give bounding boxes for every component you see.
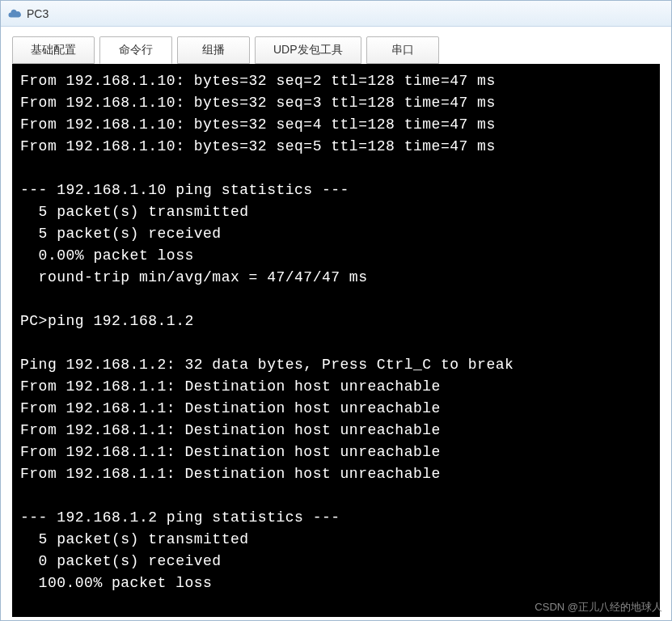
app-icon: [7, 6, 22, 21]
tab-command-line[interactable]: 命令行: [99, 36, 172, 64]
tab-label: 命令行: [119, 43, 153, 56]
tab-basic-config[interactable]: 基础配置: [12, 36, 95, 64]
app-window: PC3 基础配置 命令行 组播 UDP发包工具 串口 From 192.168.…: [0, 0, 672, 621]
tab-label: 组播: [202, 43, 225, 56]
tab-bar: 基础配置 命令行 组播 UDP发包工具 串口: [12, 36, 660, 64]
tab-serial[interactable]: 串口: [366, 36, 439, 64]
titlebar[interactable]: PC3: [1, 1, 671, 27]
tab-label: 串口: [391, 43, 414, 56]
content-area: 基础配置 命令行 组播 UDP发包工具 串口 From 192.168.1.10…: [1, 27, 671, 620]
tab-label: 基础配置: [31, 43, 76, 56]
tab-udp-tool[interactable]: UDP发包工具: [255, 36, 361, 64]
window-title: PC3: [27, 7, 49, 20]
terminal-output[interactable]: From 192.168.1.10: bytes=32 seq=2 ttl=12…: [12, 64, 660, 617]
watermark: CSDN @正儿八经的地球人: [535, 600, 662, 615]
tab-label: UDP发包工具: [273, 43, 343, 56]
tab-multicast[interactable]: 组播: [177, 36, 250, 64]
